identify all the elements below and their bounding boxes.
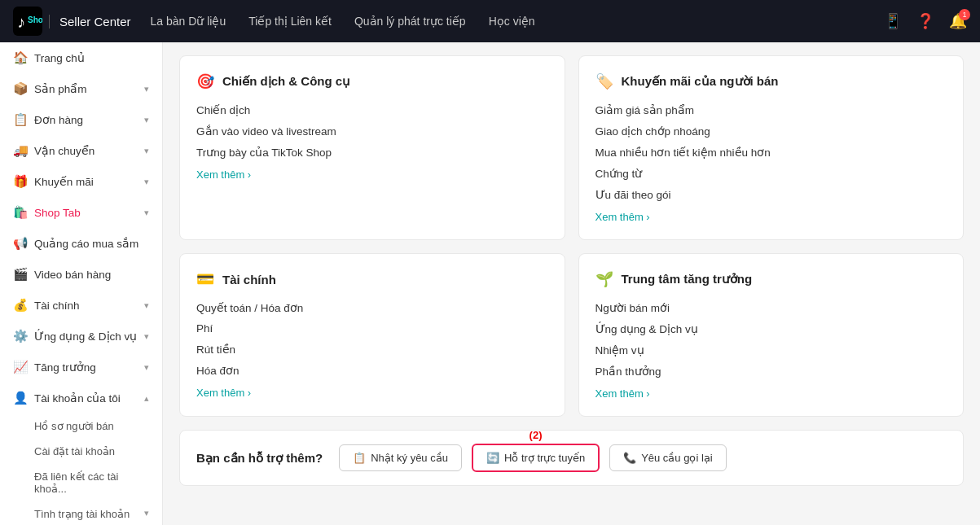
see-more-tai-chinh[interactable]: Xem thêm › — [196, 387, 548, 399]
cards-grid: 🎯 Chiến dịch & Công cụ Chiến dịch Gắn và… — [179, 55, 964, 417]
chevron-shop-tab: ▾ — [144, 208, 149, 218]
device-icon[interactable]: 📱 — [884, 12, 902, 30]
svg-text:♪: ♪ — [17, 13, 25, 31]
sidebar-item-ung-dung[interactable]: ⚙️ Ứng dụng & Dịch vụ ▾ — [0, 321, 162, 352]
top-navigation: ♪ Shop Seller Center La bàn Dữ liệu Tiếp… — [0, 0, 980, 42]
card-items-tang-truong: Người bán mới Ứng dụng & Dịch vụ Nhiệm v… — [595, 301, 947, 378]
sidebar-label-tang-truong: Tăng trưởng — [34, 361, 96, 374]
sidebar-label-ung-dung: Ứng dụng & Dịch vụ — [34, 330, 137, 343]
card-link-tai-chinh-1[interactable]: Phí — [196, 322, 548, 335]
help-icon[interactable]: ❓ — [916, 12, 934, 30]
card-items-khuyen-mai: Giảm giá sản phẩm Giao dịch chớp nhoáng … — [595, 103, 947, 201]
card-link-khuyen-mai-4[interactable]: Ưu đãi theo gói — [595, 188, 947, 201]
product-icon: 📦 — [13, 81, 28, 96]
card-link-chien-dich-1[interactable]: Gắn vào video và livestream — [196, 125, 548, 138]
sidebar-label-san-pham: Sản phẩm — [34, 82, 87, 95]
sidebar-item-video[interactable]: 🎬 Video bán hàng — [0, 259, 162, 290]
card-link-tang-truong-3[interactable]: Phần thưởng — [595, 365, 947, 378]
sidebar-item-van-chuyen[interactable]: 🚚 Vận chuyển ▾ — [0, 135, 162, 166]
card-link-tang-truong-2[interactable]: Nhiệm vụ — [595, 343, 947, 357]
see-more-tang-truong[interactable]: Xem thêm › — [595, 387, 947, 400]
chevron-van-chuyen: ▾ — [144, 146, 149, 156]
apps-icon: ⚙️ — [13, 329, 28, 343]
promo-icon: 🎁 — [13, 174, 28, 189]
support-title: Bạn cần hỗ trợ thêm? — [196, 451, 323, 466]
finance-icon: 💰 — [13, 298, 28, 313]
support-btn-nhat-ky[interactable]: 📋 Nhật ký yêu cầu — [339, 444, 462, 471]
card-link-tai-chinh-0[interactable]: Quyết toán / Hóa đơn — [196, 301, 548, 314]
chevron-tang-truong: ▾ — [144, 362, 149, 373]
card-header-khuyen-mai: 🏷️ Khuyến mãi của người bán — [595, 72, 947, 90]
account-icon: 👤 — [13, 391, 28, 405]
sidebar: 🏠 Trang chủ 📦 Sản phẩm ▾ 📋 Đơn hàng ▾ 🚚 … — [0, 42, 163, 525]
sidebar-item-san-pham[interactable]: 📦 Sản phẩm ▾ — [0, 73, 162, 104]
card-link-khuyen-mai-2[interactable]: Mua nhiều hơn tiết kiệm nhiều hơn — [595, 146, 947, 159]
growth-icon: 📈 — [13, 360, 28, 374]
sidebar-subitem-ho-so[interactable]: Hồ sơ người bán — [0, 413, 162, 439]
chevron-ung-dung: ▾ — [144, 331, 149, 342]
sidebar-item-quang-cao[interactable]: 📢 Quảng cáo mua sắm — [0, 228, 162, 259]
nav-affiliate[interactable]: Tiếp thị Liên kết — [248, 15, 332, 28]
video-icon: 🎬 — [13, 267, 28, 282]
support-btn-truc-tuyen[interactable]: 🔄 Hỗ trợ trực tuyến — [472, 444, 600, 472]
sidebar-label-khuyen-mai: Khuyến mãi — [34, 175, 94, 188]
card-items-chien-dich: Chiến dịch Gắn vào video và livestream T… — [196, 103, 548, 159]
card-link-khuyen-mai-0[interactable]: Giảm giá sản phẩm — [595, 103, 947, 116]
sidebar-item-don-hang[interactable]: 📋 Đơn hàng ▾ — [0, 104, 162, 135]
sidebar-label-tai-khoan: Tài khoản của tôi — [34, 392, 121, 405]
card-title-tang-truong: Trung tâm tăng trưởng — [622, 272, 753, 287]
card-link-tang-truong-0[interactable]: Người bán mới — [595, 301, 947, 314]
card-title-chien-dich: Chiến dịch & Công cụ — [222, 74, 350, 89]
logo-area[interactable]: ♪ Shop Seller Center — [13, 7, 131, 36]
card-tai-chinh: 💳 Tài chính Quyết toán / Hóa đơn Phí Rút… — [179, 253, 565, 417]
support-btn-goi-lai[interactable]: 📞 Yêu cầu gọi lại — [609, 444, 727, 471]
chevron-khuyen-mai: ▾ — [144, 177, 149, 187]
goi-lai-label: Yêu cầu gọi lại — [641, 452, 713, 464]
sidebar-item-tai-chinh[interactable]: 💰 Tài chính ▾ — [0, 290, 162, 321]
see-more-chien-dich[interactable]: Xem thêm › — [196, 168, 548, 181]
campaign-icon: 🎯 — [196, 72, 214, 90]
card-title-tai-chinh: Tài chính — [222, 273, 276, 287]
notification-icon[interactable]: 🔔 1 — [949, 12, 967, 30]
notification-badge: 1 — [959, 9, 970, 20]
svg-text:Shop: Shop — [28, 15, 42, 24]
chevron-san-pham: ▾ — [144, 84, 149, 94]
sidebar-item-tang-truong[interactable]: 📈 Tăng trưởng ▾ — [0, 352, 162, 383]
discount-icon: 🏷️ — [595, 72, 613, 90]
sidebar-item-khuyen-mai[interactable]: 🎁 Khuyến mãi ▾ — [0, 166, 162, 197]
finance-card-icon: 💳 — [196, 270, 214, 288]
sidebar-subitem-cai-dat[interactable]: Cài đặt tài khoản — [0, 439, 162, 464]
card-title-khuyen-mai: Khuyến mãi của người bán — [622, 74, 779, 89]
card-chien-dich: 🎯 Chiến dịch & Công cụ Chiến dịch Gắn và… — [179, 55, 565, 240]
shop-tab-icon: 🛍️ — [13, 205, 28, 220]
home-icon: 🏠 — [13, 50, 28, 65]
sidebar-subitem-tinh-trang[interactable]: Tình trạng tài khoản ▾ — [0, 501, 162, 525]
card-link-tang-truong-1[interactable]: Ứng dụng & Dịch vụ — [595, 322, 947, 335]
nhat-ky-icon: 📋 — [353, 452, 366, 464]
card-header-chien-dich: 🎯 Chiến dịch & Công cụ — [196, 72, 548, 90]
sidebar-item-tai-khoan[interactable]: 👤 Tài khoản của tôi ▴ — [0, 383, 162, 413]
sidebar-label-quang-cao: Quảng cáo mua sắm — [34, 237, 138, 250]
sidebar-label-trang-chu: Trang chủ — [34, 51, 85, 64]
sidebar-label-don-hang: Đơn hàng — [34, 113, 83, 126]
sidebar-item-trang-chu[interactable]: 🏠 Trang chủ — [0, 42, 162, 73]
card-link-khuyen-mai-3[interactable]: Chứng từ — [595, 167, 947, 180]
order-icon: 📋 — [13, 112, 28, 127]
card-link-tai-chinh-2[interactable]: Rút tiền — [196, 343, 548, 356]
nav-live-manage[interactable]: Quản lý phát trực tiếp — [354, 15, 466, 28]
sidebar-item-shop-tab[interactable]: 🛍️ Shop Tab ▾ — [0, 197, 162, 228]
card-link-tai-chinh-3[interactable]: Hóa đơn — [196, 364, 548, 377]
shipping-icon: 🚚 — [13, 143, 28, 158]
card-link-khuyen-mai-1[interactable]: Giao dịch chớp nhoáng — [595, 125, 947, 138]
sidebar-label-shop-tab: Shop Tab — [34, 207, 81, 219]
see-more-khuyen-mai[interactable]: Xem thêm › — [595, 211, 947, 223]
nav-data-dashboard[interactable]: La bàn Dữ liệu — [151, 15, 226, 28]
nav-academy[interactable]: Học viện — [489, 15, 535, 28]
sidebar-subitem-lien-ket[interactable]: Đã liên kết các tài khoả... — [0, 464, 162, 501]
card-link-chien-dich-0[interactable]: Chiến dịch — [196, 103, 548, 116]
card-link-chien-dich-2[interactable]: Trưng bày của TikTok Shop — [196, 146, 548, 159]
truc-tuyen-icon: 🔄 — [486, 452, 499, 464]
growth-card-icon: 🌱 — [595, 270, 613, 288]
chevron-don-hang: ▾ — [144, 115, 149, 125]
card-khuyen-mai: 🏷️ Khuyến mãi của người bán Giảm giá sản… — [578, 55, 965, 240]
